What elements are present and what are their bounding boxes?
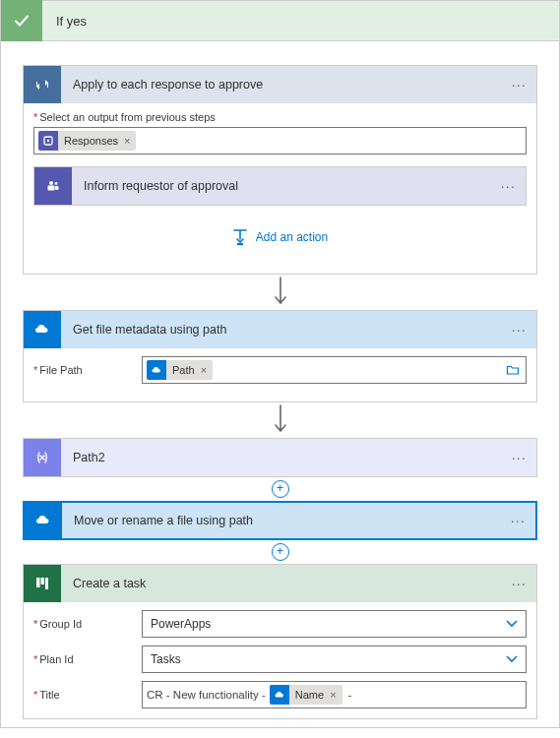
condition-branch-header[interactable]: If yes bbox=[0, 0, 560, 41]
create-task-header[interactable]: Create a task ··· bbox=[24, 565, 536, 602]
insert-step-button[interactable]: + bbox=[272, 543, 289, 561]
onedrive-icon bbox=[25, 503, 62, 538]
inform-requestor-header[interactable]: Inform requestor of approval ··· bbox=[34, 167, 526, 205]
teams-icon bbox=[34, 167, 72, 205]
svg-rect-9 bbox=[45, 578, 48, 589]
token-remove[interactable]: × bbox=[201, 364, 213, 376]
planner-icon bbox=[24, 565, 61, 602]
move-file-card: Move or rename a file using path ··· bbox=[23, 501, 537, 540]
apply-to-each-title: Apply to each response to approve bbox=[61, 78, 512, 92]
path2-header[interactable]: Path2 ··· bbox=[24, 439, 536, 476]
apply-to-each-card: Apply to each response to approve ··· Se… bbox=[23, 65, 537, 275]
name-token[interactable]: Name × bbox=[270, 685, 342, 705]
more-menu[interactable]: ··· bbox=[512, 450, 527, 465]
create-task-title: Create a task bbox=[61, 577, 512, 590]
onedrive-icon-sm bbox=[147, 360, 166, 380]
onedrive-icon bbox=[24, 311, 61, 348]
chevron-down-icon bbox=[506, 620, 518, 628]
group-id-select[interactable]: PowerApps bbox=[142, 610, 527, 638]
get-file-header[interactable]: Get file metadata using path ··· bbox=[24, 311, 536, 348]
get-file-title: Get file metadata using path bbox=[61, 323, 512, 337]
add-action-zone: Add an action bbox=[33, 206, 527, 264]
token-remove[interactable]: × bbox=[124, 135, 136, 147]
svg-rect-6 bbox=[237, 243, 243, 245]
connector-arrow bbox=[23, 275, 537, 310]
output-label: Select an output from previous steps bbox=[33, 111, 527, 123]
group-id-label: Group Id bbox=[33, 618, 142, 630]
inform-requestor-card: Inform requestor of approval ··· bbox=[33, 166, 527, 206]
file-path-label: File Path bbox=[33, 364, 142, 376]
flow-body: Apply to each response to approve ··· Se… bbox=[0, 41, 560, 728]
add-action-icon bbox=[232, 227, 248, 247]
more-menu[interactable]: ··· bbox=[511, 513, 526, 528]
move-file-header[interactable]: Move or rename a file using path ··· bbox=[25, 503, 535, 538]
condition-label: If yes bbox=[42, 14, 87, 29]
loop-icon bbox=[24, 66, 61, 103]
svg-rect-4 bbox=[48, 186, 55, 191]
path2-card: Path2 ··· bbox=[23, 438, 537, 477]
file-path-input[interactable]: Path × bbox=[142, 356, 527, 384]
chevron-down-icon bbox=[506, 655, 518, 663]
svg-point-1 bbox=[47, 140, 49, 142]
more-menu[interactable]: ··· bbox=[512, 576, 527, 591]
svg-rect-7 bbox=[36, 578, 40, 587]
plan-id-select[interactable]: Tasks bbox=[142, 646, 527, 673]
add-action-button[interactable]: Add an action bbox=[232, 227, 328, 247]
more-menu[interactable]: ··· bbox=[501, 178, 516, 194]
folder-picker-icon[interactable] bbox=[506, 364, 520, 376]
connector-arrow bbox=[23, 402, 537, 438]
title-input[interactable]: CR - New functionality - Name × - bbox=[142, 681, 527, 708]
forms-icon bbox=[38, 131, 58, 151]
token-remove[interactable]: × bbox=[330, 689, 342, 701]
path-token[interactable]: Path × bbox=[147, 360, 213, 380]
move-file-title: Move or rename a file using path bbox=[62, 514, 511, 527]
create-task-card: Create a task ··· Group Id PowerApps Pla… bbox=[23, 564, 537, 719]
responses-token[interactable]: Responses × bbox=[38, 131, 136, 151]
insert-step-button[interactable]: + bbox=[272, 480, 289, 498]
svg-rect-8 bbox=[41, 578, 45, 584]
get-file-card: Get file metadata using path ··· File Pa… bbox=[23, 310, 537, 402]
more-menu[interactable]: ··· bbox=[512, 77, 527, 92]
inform-requestor-title: Inform requestor of approval bbox=[72, 179, 501, 193]
connector-plus: + bbox=[23, 540, 537, 564]
apply-to-each-header[interactable]: Apply to each response to approve ··· bbox=[24, 66, 536, 103]
more-menu[interactable]: ··· bbox=[512, 322, 527, 338]
svg-rect-5 bbox=[55, 186, 59, 190]
output-input[interactable]: Responses × bbox=[33, 127, 527, 154]
connector-plus: + bbox=[23, 477, 537, 501]
onedrive-icon-sm bbox=[270, 685, 289, 705]
check-icon bbox=[1, 0, 42, 41]
path2-title: Path2 bbox=[61, 451, 512, 464]
svg-point-3 bbox=[55, 182, 58, 185]
svg-point-2 bbox=[49, 181, 53, 185]
plan-id-label: Plan Id bbox=[33, 653, 142, 665]
title-label: Title bbox=[33, 689, 142, 701]
variable-icon bbox=[24, 439, 61, 476]
